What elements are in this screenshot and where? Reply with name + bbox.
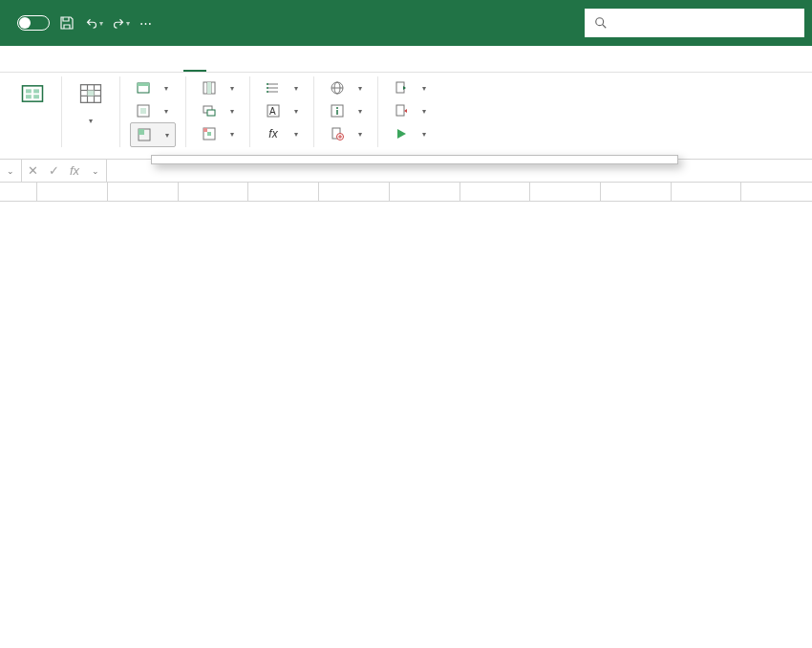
undo-button[interactable]: ▾ [86,16,103,30]
ribbon: ▾ ▾ ▾ ▾ ▾ ▾ ▾ ▾ A▾ fx▾ ▾ ▾ ▾ ▾ ▾ ▾ [0,73,812,160]
col-head[interactable] [179,183,249,201]
svg-rect-5 [26,95,32,98]
play-icon [394,126,409,141]
tab-revision[interactable] [115,62,138,72]
svg-rect-2 [23,86,43,101]
svg-rect-3 [26,89,32,93]
colonnes-lignes-button[interactable]: ▾ [196,76,240,99]
fx-button[interactable]: fx [64,163,85,178]
svg-text:A: A [269,106,276,117]
column-headers [0,183,812,202]
fichier-systeme-button[interactable]: ▾ [324,122,368,145]
col-head[interactable] [248,183,319,201]
info-icon [330,103,345,119]
demarrer-button[interactable]: ▾ [388,122,432,145]
importer-button[interactable]: ▾ [388,76,432,99]
formules-button[interactable]: fx▾ [260,122,304,145]
svg-point-32 [267,87,268,89]
chevron-down-icon: ▾ [89,117,93,126]
tab-insertion[interactable] [0,62,23,72]
tab-asap-utilities[interactable] [183,60,206,72]
namebox-expand[interactable]: ⌄ [0,166,21,176]
file-system-icon [330,126,345,141]
qat-overflow[interactable]: ⋯ [139,16,157,31]
texte-button[interactable]: A▾ [260,99,304,122]
col-head[interactable] [390,183,460,201]
search-input[interactable] [617,16,795,31]
tab-formules[interactable] [69,62,92,72]
svg-rect-27 [207,132,211,136]
svg-point-40 [336,107,338,109]
svg-rect-26 [203,128,207,132]
numbers-icon [266,80,281,96]
web-button[interactable]: ▾ [324,76,368,99]
web-icon [330,80,345,96]
objets-commentaires-button[interactable]: ▾ [196,99,240,122]
svg-point-31 [267,83,268,85]
remplir-button[interactable]: ▾ [130,122,176,147]
sheets-icon [136,80,151,96]
col-head[interactable] [530,183,601,201]
svg-rect-44 [396,82,404,93]
spreadsheet [0,183,812,202]
title-bar: ▾ ▾ ⋯ [0,0,812,46]
tab-dessin[interactable] [23,62,46,72]
select-icon [75,78,106,109]
objects-icon [202,103,217,119]
fill-icon [137,127,152,142]
fx-expand[interactable]: ⌄ [85,166,106,176]
tab-mise-en-page[interactable] [46,62,69,72]
format-icon [202,126,217,141]
save-icon[interactable] [59,15,76,31]
informations-button[interactable]: ▾ [324,99,368,122]
mise-en-forme-button[interactable]: ▾ [196,122,240,145]
svg-rect-12 [88,91,95,97]
cancel-formula-button[interactable]: ✕ [22,163,43,178]
tab-affichage[interactable] [138,62,160,72]
svg-line-1 [603,25,607,29]
autosave-toggle[interactable] [17,15,50,31]
col-head[interactable] [460,183,531,201]
search-icon [594,16,608,30]
svg-rect-16 [140,108,146,114]
search-box[interactable] [585,9,804,37]
plage-button[interactable]: ▾ [130,99,176,122]
col-head[interactable] [601,183,672,201]
col-head[interactable] [672,183,742,201]
svg-point-33 [267,91,268,93]
columns-icon [202,80,217,96]
tab-aide[interactable] [160,62,183,72]
redo-button[interactable]: ▾ [113,16,130,30]
import-icon [394,80,409,96]
accept-formula-button[interactable]: ✓ [43,163,64,178]
feuilles-button[interactable]: ▾ [130,76,176,99]
remplir-menu [151,155,678,164]
svg-rect-14 [138,83,149,86]
svg-rect-22 [207,82,211,94]
vision-icon [17,78,48,109]
svg-rect-4 [33,89,39,93]
selectionner-button[interactable]: ▾ [72,76,110,128]
col-head[interactable] [0,183,37,201]
col-head[interactable] [108,183,179,201]
tab-donnees[interactable] [92,62,115,72]
nombres-dates-button[interactable]: ▾ [260,76,304,99]
text-icon: A [266,103,281,119]
col-head[interactable] [319,183,390,201]
fx-icon: fx [266,126,281,141]
vision-controle-button[interactable] [13,76,52,115]
col-head[interactable] [37,183,108,201]
col-head[interactable] [741,183,812,201]
svg-rect-45 [396,105,404,116]
svg-rect-18 [139,129,144,135]
svg-rect-24 [207,110,215,116]
export-icon [394,103,409,119]
svg-rect-6 [33,95,39,98]
exporter-button[interactable]: ▾ [388,99,432,122]
range-icon [136,103,151,119]
ribbon-tabs [0,46,812,73]
svg-point-0 [596,18,604,26]
